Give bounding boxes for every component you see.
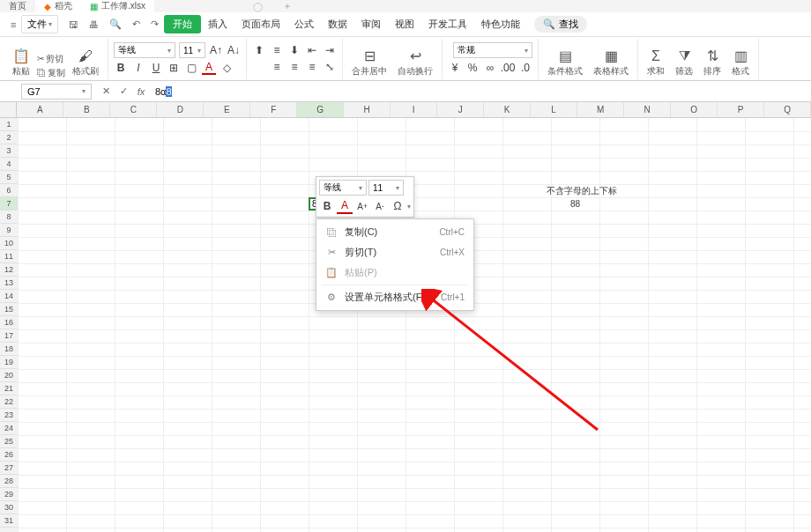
align-left-button[interactable]: ≡ [270,60,284,74]
save-icon[interactable]: 🖫 [63,18,84,32]
tab-start[interactable]: 开始 [164,15,201,33]
cancel-edit-button[interactable]: ✕ [97,85,115,97]
number-format-select[interactable]: 常规▾ [453,42,532,58]
row-header-6[interactable]: 6 [0,184,18,197]
row-header-19[interactable]: 19 [0,356,18,369]
row-header-4[interactable]: 4 [0,158,18,171]
increase-font-button[interactable]: A↑ [209,43,223,57]
row-header-2[interactable]: 2 [0,131,18,144]
col-header-B[interactable]: B [63,102,110,117]
italic-button[interactable]: I [131,61,145,75]
redo-icon[interactable]: ↷ [145,17,164,32]
row-header-31[interactable]: 31 [0,514,18,528]
row-header-11[interactable]: 11 [0,250,18,263]
borders-button[interactable]: ⊞ [167,61,181,75]
row-header-28[interactable]: 28 [0,475,18,488]
col-header-M[interactable]: M [577,102,624,117]
col-header-A[interactable]: A [17,102,63,117]
col-header-I[interactable]: I [391,102,437,117]
paste-button[interactable]: 📋 粘贴 [9,46,33,79]
row-header-10[interactable]: 10 [0,237,18,250]
highlight-button[interactable]: ◇ [219,61,234,75]
tab-dev-tools[interactable]: 开发工具 [421,14,474,34]
currency-button[interactable]: ¥ [448,61,462,75]
align-top-button[interactable]: ⬆ [252,43,266,57]
cell-l7[interactable]: 88 [551,197,599,211]
align-center-button[interactable]: ≡ [287,60,301,74]
print-icon[interactable]: 🖶 [84,18,104,32]
increase-decimal-button[interactable]: .00 [501,61,515,75]
search-box[interactable]: 🔍 查找 [534,16,587,33]
tab-data[interactable]: 数据 [321,14,354,34]
select-all-corner[interactable] [0,102,17,117]
wrap-text-button[interactable]: ↩ 自动换行 [394,46,436,79]
tab-view[interactable]: 视图 [388,14,421,34]
tab-page-layout[interactable]: 页面布局 [234,14,287,34]
row-header-25[interactable]: 25 [0,435,18,448]
col-header-O[interactable]: O [671,102,718,117]
font-color-button[interactable]: A [202,61,216,75]
font-name-select[interactable]: 等线▾ [114,42,175,58]
col-header-H[interactable]: H [344,102,391,117]
cm-format-cells[interactable]: ⚙ 设置单元格格式(F)... Ctrl+1 [316,287,473,307]
align-middle-button[interactable]: ≡ [270,43,284,57]
comma-button[interactable]: ∞ [483,61,497,75]
row-header-5[interactable]: 5 [0,171,18,184]
cm-copy[interactable]: ⿻ 复制(C) Ctrl+C [316,222,473,242]
align-bottom-button[interactable]: ⬇ [287,43,301,57]
row-header-26[interactable]: 26 [0,448,18,462]
cells-area[interactable]: 8α ◧ 不含字母的上下标 88 [18,118,811,532]
row-header-27[interactable]: 27 [0,462,18,475]
row-header-15[interactable]: 15 [0,303,18,316]
row-header-24[interactable]: 24 [0,422,18,435]
col-header-N[interactable]: N [624,102,671,117]
row-header-3[interactable]: 3 [0,144,18,158]
confirm-edit-button[interactable]: ✓ [115,85,132,97]
row-header-12[interactable]: 12 [0,263,18,277]
tab-review[interactable]: 审阅 [354,14,388,34]
col-header-P[interactable]: P [718,102,764,117]
underline-button[interactable]: U [149,61,163,75]
col-header-J[interactable]: J [437,102,484,117]
conditional-format-button[interactable]: ▤ 条件格式 [544,46,586,79]
undo-icon[interactable]: ↶ [127,17,145,32]
col-header-Q[interactable]: Q [764,102,811,117]
row-header-22[interactable]: 22 [0,395,18,409]
cut-button[interactable]: ✂剪切 [37,53,65,65]
tab-insert[interactable]: 插入 [201,14,234,34]
row-header-21[interactable]: 21 [0,382,18,395]
mini-decrease-font-button[interactable]: A- [372,198,388,214]
row-header-7[interactable]: 7 [0,197,18,211]
row-header-14[interactable]: 14 [0,290,18,303]
decrease-font-button[interactable]: A↓ [227,43,241,57]
tab-special[interactable]: 特色功能 [474,14,527,34]
mini-font-name[interactable]: 等线▾ [319,180,367,196]
tab-workbook[interactable]: ▦工作簿.xlsx [81,0,154,12]
col-header-F[interactable]: F [250,102,297,117]
col-header-G[interactable]: G [297,102,344,117]
filter-button[interactable]: ⧩ 筛选 [672,46,696,79]
col-header-L[interactable]: L [531,102,577,117]
comment-icon[interactable]: ◯ [251,2,264,11]
format-button[interactable]: ▥ 格式 [728,46,753,79]
bold-button[interactable]: B [114,61,128,75]
decrease-decimal-button[interactable]: .0 [518,61,532,75]
row-header-18[interactable]: 18 [0,343,18,356]
align-right-button[interactable]: ≡ [305,60,319,74]
indent-decrease-button[interactable]: ⇤ [305,43,319,57]
tab-daoke[interactable]: ◆稻壳 [35,0,81,12]
preview-icon[interactable]: 🔍 [104,17,127,32]
row-header-9[interactable]: 9 [0,224,18,237]
row-header-16[interactable]: 16 [0,316,18,329]
file-menu[interactable]: 文件 ▾ [21,15,58,33]
row-header-23[interactable]: 23 [0,409,18,422]
merge-center-button[interactable]: ⊟ 合并居中 [348,46,391,79]
tab-home[interactable]: 首页 [0,0,35,12]
row-header-30[interactable]: 30 [0,501,18,514]
orientation-button[interactable]: ⤡ [323,60,337,74]
tab-formulas[interactable]: 公式 [287,14,321,34]
sum-button[interactable]: Σ 求和 [644,46,668,79]
font-size-select[interactable]: 11▾ [179,42,205,58]
mini-omega-button[interactable]: Ω [390,198,406,214]
col-header-D[interactable]: D [157,102,204,117]
